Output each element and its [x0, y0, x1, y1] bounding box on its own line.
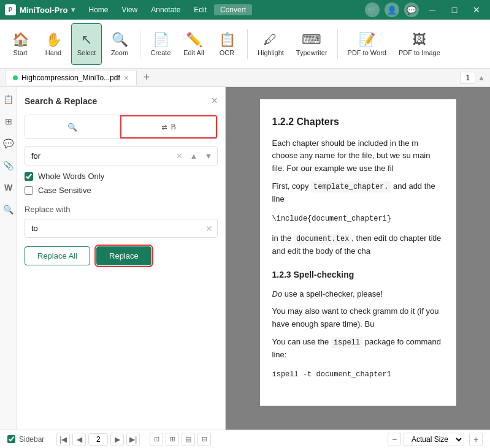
zoom-group: − Actual Size Fit Page Fit Width 50% 75%… [388, 433, 483, 446]
user-icon[interactable]: 👤 [385, 2, 399, 17]
status-icon-1[interactable]: ⊡ [150, 433, 163, 446]
menu-view[interactable]: View [115, 4, 144, 15]
search-input-group: ✕ ▲ ▼ [25, 146, 218, 165]
page-next-button[interactable]: ▶ [110, 433, 124, 446]
sidebar-toggle-checkbox[interactable] [7, 435, 15, 443]
tool-select[interactable]: ↖ Select [71, 23, 102, 65]
whole-words-checkbox[interactable] [25, 172, 33, 181]
close-button[interactable]: ✕ [468, 4, 485, 16]
search-toggle-icon: 🔍 [67, 123, 77, 132]
scroll-up-icon[interactable]: ▲ [478, 74, 485, 82]
zoom-select[interactable]: Actual Size Fit Page Fit Width 50% 75% 1… [404, 433, 464, 446]
toolbar-divider-3 [337, 29, 338, 59]
tab-bar: Highcompression_MiniTo...pdf × + 1 ▲ [0, 69, 490, 87]
pdf-area[interactable]: 1.2.2 Chapters Each chapter should be in… [226, 87, 490, 430]
tab-close-button[interactable]: × [124, 73, 129, 83]
pdf-to-word-icon: 📝 [359, 32, 375, 48]
status-sidebar: Sidebar [7, 435, 44, 444]
toggle-search-button[interactable]: 🔍 [25, 115, 120, 139]
menu-home[interactable]: Home [82, 4, 114, 15]
tool-hand[interactable]: ✋ Hand [38, 23, 69, 65]
tool-ocr[interactable]: 📋 OCR [212, 23, 242, 65]
tool-create[interactable]: 📄 Create [145, 23, 176, 65]
status-icon-2[interactable]: ⊞ [166, 433, 179, 446]
tab-dot [13, 75, 18, 80]
whole-words-checkbox-item[interactable]: Whole Words Only [25, 172, 218, 181]
current-page: 1 [465, 74, 470, 82]
sidebar-icon-pages[interactable]: 📋 [1, 92, 16, 107]
current-page-box: 1 [460, 72, 475, 84]
replace-input[interactable] [25, 219, 218, 238]
tool-zoom[interactable]: 🔍 Zoom [104, 23, 135, 65]
chat-icon[interactable]: 💬 [404, 2, 419, 17]
ocr-icon: 📋 [219, 32, 235, 48]
page-prev-button[interactable]: ◀ [72, 433, 86, 446]
toggle-replace-button[interactable]: ⇄ B [120, 115, 217, 139]
replace-clear-button[interactable]: ✕ [205, 224, 213, 233]
status-icon-3[interactable]: ▤ [182, 433, 195, 446]
search-prev-button[interactable]: ▲ [187, 150, 201, 163]
page-last-button[interactable]: ▶| [126, 433, 140, 446]
zoom-icon: 🔍 [112, 32, 128, 48]
tab-add-button[interactable]: + [139, 70, 154, 85]
replace-toggle-icon: ⇄ [161, 121, 167, 132]
toolbar-divider-1 [140, 29, 140, 59]
zoom-out-button[interactable]: − [388, 433, 401, 446]
panel-close-button[interactable]: × [211, 94, 218, 107]
menu-convert[interactable]: Convert [214, 4, 252, 15]
pdf-scroll-area[interactable]: 1.2.2 Chapters Each chapter should be in… [226, 87, 490, 430]
sidebar-icon-attachments[interactable]: 📎 [1, 158, 16, 173]
tool-typewriter[interactable]: ⌨ Typewriter [291, 23, 332, 65]
tool-create-label: Create [150, 49, 170, 56]
search-clear-button[interactable]: ✕ [172, 150, 186, 163]
pdf-code-block-2: ispell -t document_chapter1 [272, 366, 444, 383]
pdf-code-inline-1: template_chapter. [311, 181, 391, 192]
title-bar-right: 🛒 👤 💬 ─ □ ✕ [365, 2, 485, 17]
pdf-para-6: You can use the ispell package fo comman… [272, 336, 444, 362]
toolbar-divider-2 [247, 29, 248, 59]
replace-toggle-b: B [170, 122, 176, 132]
tool-pdf-to-image[interactable]: 🖼 PDF to Image [394, 23, 445, 65]
replace-input-group: ✕ [25, 219, 218, 238]
checkbox-group: Whole Words Only Case Sensitive [25, 172, 218, 195]
tab-document[interactable]: Highcompression_MiniTo...pdf × [5, 70, 137, 85]
sidebar-label: Sidebar [19, 435, 44, 444]
highlight-icon: 🖊 [264, 32, 277, 48]
tool-edit-all[interactable]: ✏️ Edit All [178, 23, 209, 65]
status-icons: ⊡ ⊞ ▤ ⊟ [150, 433, 211, 446]
pdf-code-block-1: \include{document_chapter1} [272, 211, 444, 227]
case-sensitive-checkbox-item[interactable]: Case Sensitive [25, 186, 218, 195]
search-input-actions: ✕ ▲ ▼ [172, 150, 215, 163]
status-icon-4[interactable]: ⊟ [197, 433, 211, 446]
tool-highlight[interactable]: 🖊 Highlight [253, 23, 289, 65]
sidebar-icon-search[interactable]: 🔍 [1, 202, 16, 217]
sidebar-icon-w[interactable]: W [1, 180, 16, 195]
pdf-page: 1.2.2 Chapters Each chapter should be in… [260, 99, 456, 406]
minimize-button[interactable]: ─ [424, 4, 441, 16]
pdf-para-4: Do use a spell-checker, please! [272, 288, 444, 301]
case-sensitive-checkbox[interactable] [25, 186, 33, 195]
page-number-input[interactable] [88, 433, 108, 446]
replace-button[interactable]: Replace [96, 246, 151, 265]
search-next-button[interactable]: ▼ [202, 150, 215, 163]
zoom-in-button[interactable]: + [469, 433, 483, 446]
pdf-code-inline-3: ispell [331, 337, 362, 348]
sidebar-icon-comments[interactable]: 💬 [1, 136, 16, 151]
tool-pdf-to-word[interactable]: 📝 PDF to Word [343, 23, 391, 65]
sidebar-icon-grid[interactable]: ⊞ [1, 114, 16, 129]
dropdown-arrow-icon[interactable]: ▾ [71, 6, 75, 14]
menu-annotate[interactable]: Annotate [145, 4, 186, 15]
menu-edit[interactable]: Edit [188, 4, 213, 15]
replace-all-button[interactable]: Replace All [25, 246, 90, 265]
tool-start[interactable]: 🏠 Start [5, 23, 36, 65]
create-icon: 📄 [153, 32, 169, 48]
tool-select-label: Select [77, 49, 96, 56]
page-first-button[interactable]: |◀ [56, 433, 70, 446]
maximize-button[interactable]: □ [446, 4, 463, 16]
status-bar: Sidebar |◀ ◀ ▶ ▶| ⊡ ⊞ ▤ ⊟ − Actual Size … [0, 430, 490, 448]
toolbar: 🏠 Start ✋ Hand ↖ Select 🔍 Zoom 📄 Create … [0, 20, 490, 69]
status-nav: |◀ ◀ ▶ ▶| [56, 433, 140, 446]
store-icon[interactable]: 🛒 [365, 2, 380, 17]
replace-section-label: Replace with [25, 205, 218, 214]
pdf-to-image-icon: 🖼 [413, 32, 426, 48]
